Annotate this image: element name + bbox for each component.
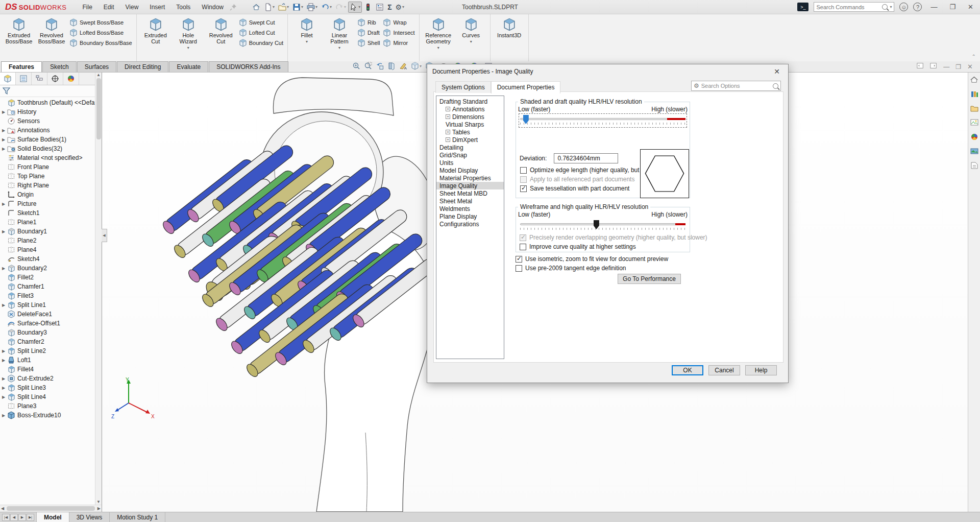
expand-arrow-icon[interactable]: ▶ — [0, 128, 7, 133]
cb-use-isometric-zoom-to-fit-view-for-docum[interactable]: Use isometric, zoom to fit view for docu… — [516, 254, 668, 264]
options-button[interactable]: ⚙▾ — [394, 2, 406, 13]
mirror-button[interactable]: Mirror — [383, 39, 414, 47]
tree-item-plane3[interactable]: Plane3 — [0, 401, 102, 411]
reference-geometry-dropdown-icon[interactable]: ▾ — [437, 45, 439, 50]
tree-item-front-plane[interactable]: Front Plane — [0, 162, 102, 172]
revolved-boss-button[interactable]: Revolved Boss/Base — [37, 16, 66, 44]
expand-arrow-icon[interactable]: ▶ — [0, 349, 7, 353]
cancel-button[interactable]: Cancel — [708, 365, 740, 375]
tree-item-sketch1[interactable]: Sketch1 — [0, 208, 102, 218]
help-button[interactable]: Help — [745, 365, 777, 375]
tree-item-split-line2[interactable]: ▶Split Line2 — [0, 346, 102, 355]
expand-arrow-icon[interactable]: ▶ — [0, 303, 7, 307]
swept-cut-button[interactable]: Swept Cut — [239, 18, 283, 27]
fm-tab-configuration-manager[interactable] — [32, 73, 47, 85]
expand-arrow-icon[interactable]: ▶ — [0, 395, 7, 399]
view-orientation-icon[interactable]: ▾ — [411, 62, 422, 70]
save-button[interactable]: ▾ — [291, 2, 305, 13]
options-dropdown-icon[interactable]: ▾ — [402, 5, 404, 9]
checkbox[interactable] — [520, 167, 527, 174]
search-commands-box[interactable]: ▾ — [814, 2, 894, 12]
tree-item-boundary1[interactable]: ▶Boundary1 — [0, 227, 102, 236]
tree-item-material-not-specified-[interactable]: Material <not specified> — [0, 153, 102, 162]
shaded-quality-slider[interactable] — [519, 114, 687, 127]
new-file-dropdown-icon[interactable]: ▾ — [273, 5, 275, 9]
undo-dropdown-icon[interactable]: ▾ — [330, 5, 332, 9]
zoom-fit-icon[interactable] — [352, 62, 360, 70]
bottom-tab-motion-study-1[interactable]: Motion Study 1 — [110, 512, 165, 522]
expand-arrow-icon[interactable]: ▶ — [0, 229, 7, 234]
tree-item-split-line3[interactable]: ▶Split Line3 — [0, 383, 102, 392]
tree-item-chamfer2[interactable]: Chamfer2 — [0, 337, 102, 346]
menu-view[interactable]: View — [121, 2, 143, 12]
tree-item-boss-extrude10[interactable]: ▶Boss-Extrude10 — [0, 411, 102, 420]
home-button[interactable] — [251, 2, 262, 13]
checkbox[interactable] — [516, 265, 522, 272]
ribbon-collapse-icon[interactable]: ⌃ — [972, 54, 976, 59]
tab-evaluate[interactable]: Evaluate — [169, 61, 208, 72]
nav-prev-icon[interactable]: ◀ — [10, 514, 18, 521]
print-button[interactable]: ▾ — [305, 2, 319, 13]
expand-arrow-icon[interactable]: ▶ — [0, 147, 7, 151]
nav-last-icon[interactable]: ▶| — [27, 514, 34, 521]
expand-arrow-icon[interactable]: ▶ — [0, 376, 7, 381]
options-tree-drafting-standard[interactable]: Drafting Standard — [436, 98, 504, 105]
taskpane-design-library-icon[interactable] — [970, 90, 978, 100]
tree-item-surface-bodies-1-[interactable]: ▶Surface Bodies(1) — [0, 135, 102, 144]
doc-close-icon[interactable]: ✕ — [967, 63, 973, 70]
tree-item-loft1[interactable]: ▶Loft1 — [0, 355, 102, 365]
options-tree-detailing[interactable]: Detailing — [436, 144, 504, 151]
options-tree-image-quality[interactable]: Image Quality — [436, 182, 504, 189]
options-tree-model-display[interactable]: Model Display — [436, 167, 504, 174]
feature-tree-hscrollbar[interactable]: ◀▶ — [0, 505, 102, 512]
rebuild-button[interactable] — [362, 2, 374, 13]
options-tree-grid-snap[interactable]: Grid/Snap — [436, 151, 504, 159]
search-dropdown-icon[interactable]: ▾ — [890, 5, 892, 9]
options-tree-sheet-metal-mbd[interactable]: Sheet Metal MBD — [436, 189, 504, 197]
tree-item-fillet3[interactable]: Fillet3 — [0, 291, 102, 300]
tree-item-fillet2[interactable]: Fillet2 — [0, 273, 102, 282]
intersect-button[interactable]: Intersect — [383, 29, 414, 37]
menu-insert[interactable]: Insert — [145, 2, 169, 12]
fillet-button[interactable]: Fillet▾ — [292, 16, 322, 44]
previous-view-icon[interactable] — [376, 62, 384, 70]
boundary-boss-base-button[interactable]: Boundary Boss/Base — [69, 39, 132, 47]
checkbox[interactable] — [520, 244, 526, 250]
options-tree-plane-display[interactable]: Plane Display — [436, 212, 504, 220]
menu-tools[interactable]: Tools — [172, 2, 195, 12]
tree-item-annotations[interactable]: ▶AAnnotations — [0, 126, 102, 135]
fm-tab-property-manager[interactable] — [16, 73, 32, 85]
select-cursor-button[interactable]: ▾ — [348, 2, 362, 13]
menu-edit[interactable]: Edit — [99, 2, 119, 12]
curves-dropdown-icon[interactable]: ▾ — [470, 39, 472, 44]
extruded-cut-button[interactable]: Extruded Cut — [141, 16, 170, 44]
feature-tree-root[interactable]: Toothbrush (Default) <<Default>_Disp — [0, 98, 102, 107]
bottom-tab-3d-views[interactable]: 3D Views — [69, 512, 110, 522]
dialog-close-icon[interactable]: ✕ — [771, 67, 783, 76]
expand-arrow-icon[interactable]: ▶ — [0, 110, 7, 114]
shell-button[interactable]: Shell — [357, 39, 380, 47]
pane-left-icon[interactable] — [917, 62, 924, 71]
help-icon[interactable]: ? — [913, 3, 922, 11]
swept-boss-base-button[interactable]: Swept Boss/Base — [69, 18, 132, 27]
expand-arrow-icon[interactable]: ▶ — [0, 358, 7, 363]
expand-arrow-icon[interactable]: ▶ — [0, 202, 7, 206]
tree-item-right-plane[interactable]: Right Plane — [0, 181, 102, 190]
revolved-cut-button[interactable]: Revolved Cut — [206, 16, 236, 44]
tree-item-chamfer1[interactable]: Chamfer1 — [0, 282, 102, 291]
hole-wizard-dropdown-icon[interactable]: ▾ — [187, 45, 189, 50]
tree-item-fillet4[interactable]: Fillet4 — [0, 365, 102, 374]
tree-item-plane4[interactable]: Plane4 — [0, 245, 102, 254]
tree-item-sketch4[interactable]: Sketch4 — [0, 254, 102, 264]
close-button[interactable]: ✕ — [964, 2, 977, 12]
doc-minimize-icon[interactable]: — — [943, 63, 949, 70]
pin-icon[interactable] — [229, 3, 237, 11]
taskpane-appearances-icon[interactable] — [970, 133, 978, 143]
fm-tab-part-manager[interactable] — [0, 73, 16, 85]
new-file-button[interactable]: ▾ — [262, 2, 276, 13]
expand-arrow-icon[interactable]: ▶ — [0, 137, 7, 142]
search-icon[interactable] — [882, 4, 888, 10]
options-tree-annotations[interactable]: +Annotations — [436, 105, 504, 113]
options-tree-dimxpert[interactable]: +DimXpert — [436, 136, 504, 144]
tree-item-boundary2[interactable]: ▶Boundary2 — [0, 264, 102, 273]
